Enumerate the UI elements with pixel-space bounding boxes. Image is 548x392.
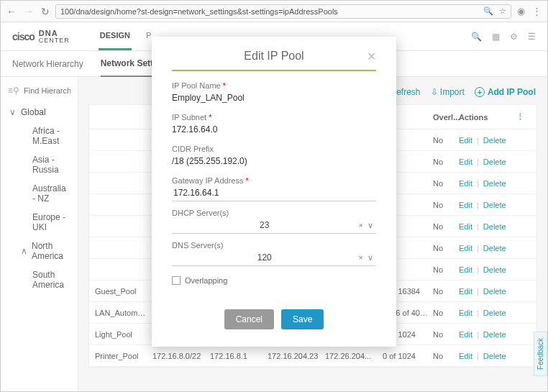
close-icon[interactable]: ✕: [367, 50, 376, 63]
reload-icon[interactable]: ↻: [41, 6, 50, 17]
edit-ip-pool-modal: Edit IP Pool ✕ IP Pool Name Employ_LAN_P…: [152, 37, 396, 347]
value-subnet: 172.16.64.0: [172, 122, 376, 137]
forward-icon[interactable]: →: [24, 6, 34, 17]
chevron-down-icon[interactable]: ∨: [366, 221, 375, 230]
browser-chrome: ← → ↻ 100/dna/design/home?st-design=netw…: [1, 1, 547, 22]
url-bar[interactable]: 100/dna/design/home?st-design=network_se…: [55, 4, 511, 19]
url-text: 100/dna/design/home?st-design=network_se…: [60, 7, 338, 16]
search-in-url-icon[interactable]: 🔍: [483, 6, 493, 16]
clear-icon[interactable]: ×: [356, 253, 366, 262]
label-dhcp: DHCP Server(s): [172, 209, 376, 217]
label-gateway: Gateway IP Address: [172, 176, 376, 185]
extension-icon[interactable]: ◉: [517, 6, 525, 17]
modal-title: Edit IP Pool: [244, 50, 303, 63]
gateway-input[interactable]: 172.16.64.1: [172, 185, 376, 201]
back-icon[interactable]: ←: [6, 6, 17, 17]
label-subnet: IP Subnet: [172, 113, 376, 122]
dns-select[interactable]: 120 × ∨: [172, 250, 376, 266]
overlapping-checkbox[interactable]: [172, 276, 181, 285]
menu-icon[interactable]: ⋮: [532, 6, 542, 17]
clear-icon[interactable]: ×: [356, 221, 366, 229]
value-cidr: /18 (255.255.192.0): [172, 153, 376, 169]
cancel-button[interactable]: Cancel: [224, 309, 274, 329]
bookmark-icon[interactable]: ☆: [499, 6, 506, 16]
value-pool-name: Employ_LAN_Pool: [172, 90, 376, 106]
dhcp-select[interactable]: 23 × ∨: [172, 217, 376, 234]
modal-overlay: Edit IP Pool ✕ IP Pool Name Employ_LAN_P…: [1, 22, 547, 391]
label-dns: DNS Server(s): [172, 241, 376, 250]
label-pool-name: IP Pool Name: [172, 81, 376, 90]
label-overlap: Overlapping: [185, 276, 227, 285]
chevron-down-icon[interactable]: ∨: [366, 253, 375, 263]
label-cidr: CIDR Prefix: [172, 145, 376, 153]
save-button[interactable]: Save: [281, 309, 324, 329]
